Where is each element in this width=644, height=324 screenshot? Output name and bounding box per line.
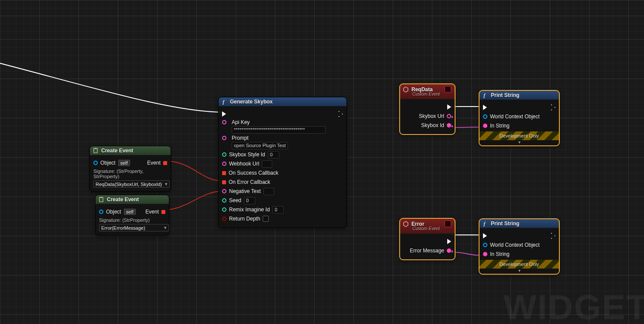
pin-exec-out[interactable] xyxy=(551,104,555,110)
pin-style-id[interactable] xyxy=(222,152,226,157)
node-header[interactable]: Error Custom Event xyxy=(400,219,455,234)
object-value[interactable]: self xyxy=(124,209,136,215)
pin-seed[interactable] xyxy=(222,198,226,203)
node-title: Print String xyxy=(491,92,519,98)
event-label: Event xyxy=(147,160,161,166)
node-error[interactable]: Error Custom Event Error Message xyxy=(400,218,455,260)
pin-negative-text[interactable] xyxy=(222,189,226,193)
seed-input[interactable]: 0 xyxy=(244,197,255,204)
node-header[interactable]: f Print String xyxy=(480,91,559,100)
clipboard-icon xyxy=(98,196,104,203)
world-context-label: World Context Object xyxy=(490,114,540,120)
webhook-label: Webhook Url xyxy=(229,161,259,167)
pin-event-out[interactable] xyxy=(161,210,165,214)
svg-text:f: f xyxy=(223,99,225,105)
pin-object-in[interactable] xyxy=(93,161,98,165)
pin-exec-in[interactable] xyxy=(483,233,487,238)
on-error-label: On Error Callback xyxy=(229,179,270,185)
skybox-id-label: Skybox Id xyxy=(421,122,444,128)
node-header[interactable]: f Print String xyxy=(480,219,559,228)
node-reqdata[interactable]: ReqData Custom Event Skybox Url Skybox I… xyxy=(400,84,455,134)
error-message-label: Error Message xyxy=(410,248,444,254)
node-header[interactable]: f Generate Skybox xyxy=(219,97,346,106)
api-key-label: Api Key xyxy=(232,119,325,125)
signature-text: Signature: (StrProperty, StrProperty) xyxy=(93,169,167,179)
api-key-input[interactable]: ************************************** xyxy=(232,126,325,134)
node-create-event-2[interactable]: Create Event Object self Event Signature… xyxy=(95,195,169,235)
skybox-url-label: Skybox Url xyxy=(419,113,444,119)
negative-text-label: Negative Text xyxy=(229,188,261,194)
style-id-label: Skybox Style Id xyxy=(229,152,265,158)
object-label: Object xyxy=(100,160,116,166)
event-label: Event xyxy=(145,209,159,215)
return-depth-label: Return Depth xyxy=(229,216,260,222)
remix-input[interactable]: 0 xyxy=(272,206,284,214)
svg-text:f: f xyxy=(483,92,486,98)
remix-label: Remix Imagine Id xyxy=(229,207,270,213)
negative-input[interactable] xyxy=(264,188,274,195)
node-subtitle: Custom Event xyxy=(403,92,440,98)
svg-text:f: f xyxy=(483,221,486,227)
pin-error-message[interactable] xyxy=(447,248,451,253)
in-string-label: In String xyxy=(490,123,510,129)
pin-exec-out[interactable] xyxy=(447,239,451,244)
object-value[interactable]: self xyxy=(118,160,130,166)
signature-text: Signature: (StrProperty) xyxy=(99,217,165,223)
clipboard-icon xyxy=(92,148,99,154)
node-generate-skybox[interactable]: f Generate Skybox Api Key **************… xyxy=(218,97,347,228)
dev-only-banner: Development Only xyxy=(480,131,559,140)
event-dropdown[interactable]: Error(ErrorMessage) xyxy=(99,224,169,231)
event-dropdown[interactable]: ReqData(SkyboxUrl, SkyboxId) xyxy=(93,180,170,188)
pin-api-key[interactable] xyxy=(222,120,226,124)
node-header[interactable]: Create Event xyxy=(90,146,171,155)
prompt-input[interactable]: open Source Plugin Test xyxy=(232,142,288,149)
world-context-label: World Context Object xyxy=(490,242,540,248)
object-label: Object xyxy=(106,209,121,215)
node-print-string-1[interactable]: f Print String World Context Object In S… xyxy=(479,90,559,146)
node-header[interactable]: Create Event xyxy=(96,195,169,204)
pin-world-context[interactable] xyxy=(483,243,487,247)
function-icon: f xyxy=(482,92,488,98)
node-title: Print String xyxy=(491,221,519,227)
svg-rect-0 xyxy=(94,148,97,153)
return-depth-checkbox[interactable] xyxy=(263,216,269,222)
node-title: Generate Skybox xyxy=(230,99,273,105)
pin-on-error[interactable] xyxy=(222,180,226,184)
pin-prompt[interactable] xyxy=(222,136,226,140)
pin-exec-out[interactable] xyxy=(551,233,555,239)
pin-exec-in[interactable] xyxy=(222,111,226,117)
pin-exec-out[interactable] xyxy=(447,104,451,110)
svg-rect-2 xyxy=(99,197,103,202)
on-success-label: On Success Callback xyxy=(229,170,278,176)
pin-in-string[interactable] xyxy=(483,124,487,128)
delete-icon[interactable] xyxy=(445,221,451,227)
pin-return-depth[interactable] xyxy=(222,217,226,221)
pin-in-string[interactable] xyxy=(483,252,487,256)
function-icon: f xyxy=(482,221,488,227)
pin-remix[interactable] xyxy=(222,207,226,212)
node-title: Create Event xyxy=(101,148,133,154)
pin-exec-out[interactable] xyxy=(339,111,343,117)
node-subtitle: Custom Event xyxy=(403,226,440,233)
pin-event-out[interactable] xyxy=(163,161,167,165)
node-create-event-1[interactable]: Create Event Object self Event Signature… xyxy=(89,146,171,192)
pin-skybox-url[interactable] xyxy=(447,114,451,118)
pin-skybox-id[interactable] xyxy=(447,123,451,128)
svg-rect-3 xyxy=(100,197,102,198)
delete-icon[interactable] xyxy=(445,86,451,93)
expand-icon[interactable]: ▾ xyxy=(480,139,559,145)
pin-world-context[interactable] xyxy=(483,114,487,119)
node-header[interactable]: ReqData Custom Event xyxy=(400,84,455,99)
in-string-label: In String xyxy=(490,251,510,257)
style-id-input[interactable]: 0 xyxy=(268,151,279,159)
graph-watermark: WIDGET xyxy=(504,287,644,324)
pin-on-success[interactable] xyxy=(222,171,226,175)
pin-exec-in[interactable] xyxy=(483,105,487,110)
seed-label: Seed xyxy=(229,197,241,203)
webhook-input[interactable] xyxy=(262,160,272,168)
svg-rect-1 xyxy=(95,148,96,149)
node-print-string-2[interactable]: f Print String World Context Object In S… xyxy=(479,219,559,274)
pin-object-in[interactable] xyxy=(99,210,103,214)
expand-icon[interactable]: ▾ xyxy=(480,268,559,273)
pin-webhook[interactable] xyxy=(222,162,226,166)
